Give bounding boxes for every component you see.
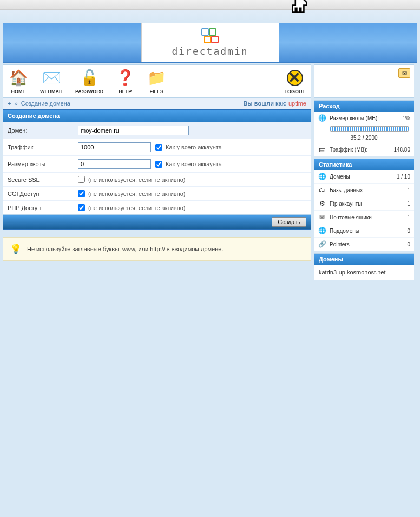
login-user: uptime <box>288 100 306 107</box>
domain-link[interactable]: katrin3-up.kosmohost.net <box>314 265 414 280</box>
stats-title: Статистика <box>314 159 414 170</box>
login-info: Вы вошли как: uptime <box>243 100 306 107</box>
traffic-same-checkbox[interactable] <box>155 144 162 151</box>
close-icon: ✕ <box>285 68 305 87</box>
globe-icon: 🌐 <box>318 114 326 122</box>
stats-panel: Статистика 🌐Домены1 / 10🗂Базы данных1⚙Ft… <box>314 159 414 251</box>
bulb-icon: 💡 <box>10 243 22 255</box>
domain-label: Домен: <box>8 127 78 134</box>
php-label: PHP Доступ <box>8 205 78 211</box>
create-button[interactable]: Создать <box>272 217 306 227</box>
hint-box: 💡 Не используйте заглавные буквы, www, и… <box>3 237 311 261</box>
messages-icon[interactable]: ✉ <box>398 68 410 78</box>
domain-input[interactable] <box>78 126 189 135</box>
quota-progress <box>330 126 409 132</box>
help-button[interactable]: ❓ HELP <box>115 68 135 94</box>
stats-row[interactable]: 🌐Поддомены0 <box>314 224 414 238</box>
home-icon: 🏠 <box>9 68 28 87</box>
browser-topbar <box>0 0 420 10</box>
stats-row[interactable]: ⚙Ftp аккаунты1 <box>314 197 414 211</box>
mail-icon: ✉️ <box>42 68 62 87</box>
row-icon: 🌐 <box>318 173 326 180</box>
domains-title: Домены <box>314 254 414 265</box>
row-icon: 🌐 <box>318 227 326 234</box>
stats-row[interactable]: ✉Почтовые ящики1 <box>314 211 414 224</box>
domains-panel: Домены katrin3-up.kosmohost.net <box>314 253 414 280</box>
stats-row[interactable]: 🔗Pointers0 <box>314 238 414 251</box>
password-button[interactable]: 🔓 PASSWORD <box>75 68 103 94</box>
quota-input[interactable] <box>78 159 151 169</box>
submit-bar: Создать <box>3 215 311 230</box>
cgi-checkbox[interactable] <box>78 190 85 197</box>
ssl-checkbox[interactable] <box>78 176 85 183</box>
php-checkbox[interactable] <box>78 204 85 211</box>
quota-label: Размер квоты <box>8 161 78 167</box>
breadcrumb-page: Создание домена <box>21 100 70 107</box>
traffic-label: Траффик <box>8 144 78 150</box>
row-icon: ⚙ <box>318 200 326 207</box>
header: directadmin <box>3 23 417 63</box>
usage-title: Расход <box>314 101 414 112</box>
stats-row[interactable]: 🗂Базы данных1 <box>314 184 414 197</box>
quota-text: 35.2 / 2000 <box>314 135 414 141</box>
folder-icon: 📁 <box>147 68 166 87</box>
quota-same-checkbox[interactable] <box>155 161 162 168</box>
logout-button[interactable]: ✕ LOGOUT <box>285 68 306 94</box>
cgi-label: CGI Доступ <box>8 191 78 197</box>
brand-text: directadmin <box>172 45 248 57</box>
row-icon: ✉ <box>318 213 326 221</box>
logo: directadmin <box>141 23 279 62</box>
stats-row[interactable]: 🌐Домены1 / 10 <box>314 170 414 184</box>
webmail-button[interactable]: ✉️ WEBMAIL <box>40 68 63 94</box>
breadcrumb: + » Создание домена Вы вошли как: uptime <box>3 98 311 109</box>
toolbar: 🏠 HOME ✉️ WEBMAIL 🔓 PASSWORD ❓ HELP 📁 <box>3 64 311 98</box>
files-button[interactable]: 📁 FILES <box>147 68 166 94</box>
hint-text: Не используйте заглавные буквы, www, или… <box>27 246 223 252</box>
ssl-label: Secure SSL <box>8 176 78 183</box>
row-icon: 🗂 <box>318 186 326 194</box>
lock-icon: 🔓 <box>80 68 99 87</box>
traffic-input[interactable] <box>78 142 151 152</box>
disk-icon: 🖴 <box>318 146 326 153</box>
usage-panel: Расход 🌐 Размер квоты (МВ): 1% 35.2 / 20… <box>314 100 414 156</box>
help-icon: ❓ <box>115 68 135 87</box>
breadcrumb-plus[interactable]: + <box>8 100 11 107</box>
side-top: ✉ <box>314 64 414 98</box>
domain-form: Домен: Траффик Как у всего аккаунта Разм… <box>3 122 311 215</box>
row-icon: 🔗 <box>318 240 326 248</box>
home-button[interactable]: 🏠 HOME <box>9 68 28 94</box>
form-title: Создание домена <box>3 109 311 122</box>
logo-icon <box>201 28 219 43</box>
